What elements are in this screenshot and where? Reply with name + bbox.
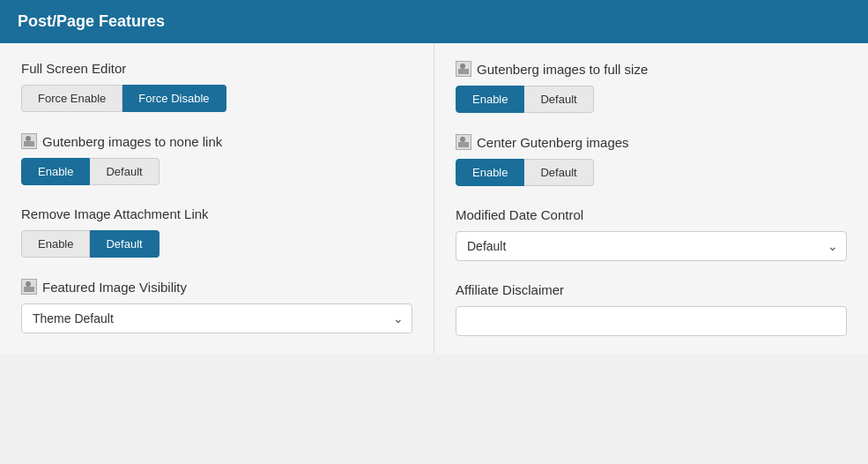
gutenberg-full-size-btn-group: Enable Default [456, 86, 847, 113]
center-gutenberg-default-button[interactable]: Default [524, 159, 593, 186]
center-gutenberg-title: Center Gutenberg images [477, 135, 629, 150]
center-gutenberg-enable-button[interactable]: Enable [456, 159, 524, 186]
right-column: Gutenberg images to full size Enable Def… [434, 43, 868, 354]
featured-image-icon [21, 279, 37, 295]
remove-image-attachment-btn-group: Enable Default [21, 230, 412, 258]
gutenberg-full-size-enable-button[interactable]: Enable [456, 86, 524, 113]
center-gutenberg-icon [456, 134, 471, 150]
gutenberg-none-link-title-row: Gutenberg images to none link [21, 133, 412, 149]
gutenberg-none-link-btn-group: Enable Default [21, 158, 412, 185]
gutenberg-full-size-icon [456, 61, 471, 77]
modified-date-control-dropdown-wrapper: Default Show Hide ⌄ [456, 231, 847, 261]
full-screen-editor-title: Full Screen Editor [21, 61, 412, 76]
affiliate-disclaimer-title: Affiliate Disclaimer [456, 282, 847, 297]
featured-image-visibility-dropdown-wrapper: Theme Default Always Show Always Hide ⌄ [21, 303, 412, 333]
gutenberg-none-link-enable-button[interactable]: Enable [21, 158, 90, 185]
feature-gutenberg-none-link: Gutenberg images to none link Enable Def… [21, 133, 412, 185]
gutenberg-full-size-title: Gutenberg images to full size [477, 62, 648, 77]
force-disable-button[interactable]: Force Disable [122, 85, 226, 112]
panel-header: Post/Page Features [0, 0, 868, 43]
panel-title: Post/Page Features [18, 12, 165, 30]
modified-date-control-select[interactable]: Default Show Hide [456, 231, 847, 261]
force-enable-button[interactable]: Force Enable [21, 85, 122, 112]
remove-image-attachment-title: Remove Image Attachment Link [21, 206, 412, 221]
panel-body: Full Screen Editor Force Enable Force Di… [0, 43, 868, 354]
featured-image-visibility-title-row: Featured Image Visibility [21, 279, 412, 295]
image-icon [21, 133, 37, 149]
gutenberg-full-size-default-button[interactable]: Default [524, 86, 593, 113]
feature-full-screen-editor: Full Screen Editor Force Enable Force Di… [21, 61, 412, 112]
featured-image-visibility-select[interactable]: Theme Default Always Show Always Hide [21, 303, 412, 333]
full-screen-editor-btn-group: Force Enable Force Disable [21, 85, 412, 112]
feature-featured-image-visibility: Featured Image Visibility Theme Default … [21, 279, 412, 333]
feature-remove-image-attachment: Remove Image Attachment Link Enable Defa… [21, 206, 412, 258]
panel: Post/Page Features Full Screen Editor Fo… [0, 0, 868, 354]
gutenberg-none-link-title: Gutenberg images to none link [42, 134, 222, 149]
modified-date-control-title: Modified Date Control [456, 207, 847, 222]
gutenberg-none-link-default-button[interactable]: Default [90, 158, 159, 185]
center-gutenberg-title-row: Center Gutenberg images [456, 134, 847, 150]
feature-modified-date-control: Modified Date Control Default Show Hide … [456, 207, 847, 261]
feature-gutenberg-full-size: Gutenberg images to full size Enable Def… [456, 61, 847, 113]
feature-center-gutenberg: Center Gutenberg images Enable Default [456, 134, 847, 186]
affiliate-disclaimer-input[interactable] [456, 306, 847, 336]
featured-image-visibility-title: Featured Image Visibility [42, 280, 187, 295]
remove-image-enable-button[interactable]: Enable [21, 230, 90, 258]
gutenberg-full-size-title-row: Gutenberg images to full size [456, 61, 847, 77]
left-column: Full Screen Editor Force Enable Force Di… [0, 43, 434, 354]
center-gutenberg-btn-group: Enable Default [456, 159, 847, 186]
remove-image-default-button[interactable]: Default [90, 230, 159, 258]
feature-affiliate-disclaimer: Affiliate Disclaimer [456, 282, 847, 336]
